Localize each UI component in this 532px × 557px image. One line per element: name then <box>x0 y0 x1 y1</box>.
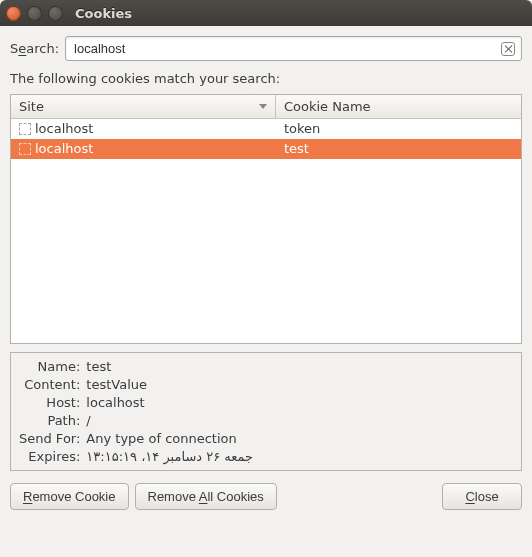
detail-label-name: Name: <box>19 359 80 374</box>
detail-label-sendfor: Send For: <box>19 431 80 446</box>
window-minimize-icon[interactable] <box>27 6 42 21</box>
detail-value-sendfor: Any type of connection <box>86 431 513 446</box>
column-header-site-label: Site <box>19 99 44 114</box>
sort-indicator-icon <box>259 104 267 109</box>
detail-label-expires: Expires: <box>19 449 80 464</box>
dialog-content: Search: The following cookies match your… <box>0 26 532 557</box>
cookie-icon <box>19 143 31 155</box>
column-header-site[interactable]: Site <box>11 95 276 118</box>
search-row: Search: <box>10 36 522 61</box>
button-bar: Remove Cookie Remove All Cookies Close <box>10 483 522 510</box>
detail-value-name: test <box>86 359 513 374</box>
detail-label-path: Path: <box>19 413 80 428</box>
window-maximize-icon[interactable] <box>48 6 63 21</box>
flex-spacer <box>283 483 436 510</box>
titlebar: Cookies <box>0 0 532 26</box>
clear-search-icon[interactable] <box>501 42 515 56</box>
detail-value-path: / <box>86 413 513 428</box>
search-input[interactable] <box>72 40 501 57</box>
detail-value-expires: جمعه ۲۶ دسامبر ۱۴، ۱۳:۱۵:۱۹ <box>86 449 513 464</box>
search-label: Search: <box>10 41 59 56</box>
close-button[interactable]: Close <box>442 483 522 510</box>
cell-site: localhost <box>11 139 276 159</box>
table-row[interactable]: localhosttoken <box>11 119 521 139</box>
detail-label-content: Content: <box>19 377 80 392</box>
cookie-icon <box>19 123 31 135</box>
column-header-cookie-label: Cookie Name <box>284 99 371 114</box>
table-body: localhosttokenlocalhosttest <box>11 119 521 343</box>
window-title: Cookies <box>75 6 132 21</box>
detail-value-host: localhost <box>86 395 513 410</box>
search-input-wrap[interactable] <box>65 36 522 61</box>
cell-site-text: localhost <box>35 139 93 159</box>
cookie-details: Name: test Content: testValue Host: loca… <box>10 352 522 471</box>
cell-site-text: localhost <box>35 119 93 139</box>
remove-cookie-button[interactable]: Remove Cookie <box>10 483 129 510</box>
window-close-icon[interactable] <box>6 6 21 21</box>
table-row[interactable]: localhosttest <box>11 139 521 159</box>
detail-label-host: Host: <box>19 395 80 410</box>
cookies-table: Site Cookie Name localhosttokenlocalhost… <box>10 94 522 344</box>
column-header-cookie[interactable]: Cookie Name <box>276 95 521 118</box>
detail-value-content: testValue <box>86 377 513 392</box>
match-label: The following cookies match your search: <box>10 71 522 86</box>
table-header: Site Cookie Name <box>11 95 521 119</box>
remove-all-cookies-button[interactable]: Remove All Cookies <box>135 483 277 510</box>
cell-cookie: token <box>276 119 521 139</box>
cell-cookie: test <box>276 139 521 159</box>
cell-site: localhost <box>11 119 276 139</box>
